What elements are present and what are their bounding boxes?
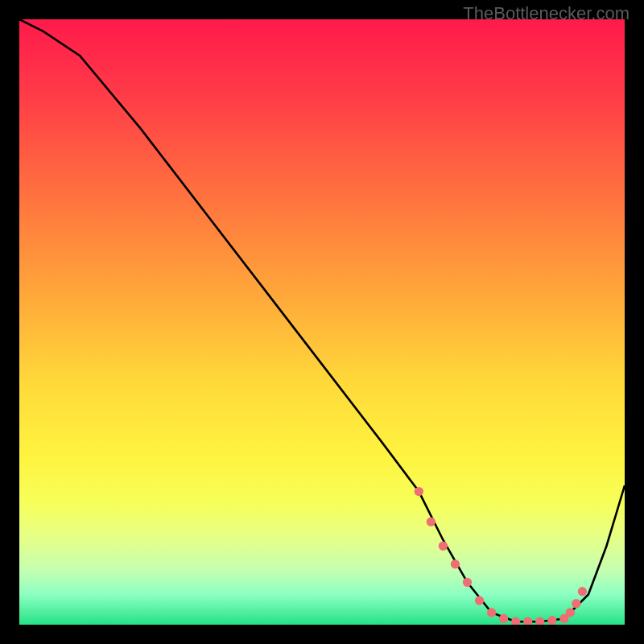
highlight-dot (566, 608, 575, 617)
highlight-dot (463, 578, 472, 587)
highlight-dot (439, 542, 448, 551)
highlight-dot (572, 599, 580, 608)
highlight-dot (475, 596, 484, 605)
highlight-dot (427, 518, 436, 526)
chart-plot-area (19, 19, 625, 625)
highlight-dot (578, 587, 587, 596)
highlight-dot (487, 608, 496, 617)
highlight-dot (547, 616, 556, 625)
chart-svg (19, 19, 625, 625)
gradient-background (19, 19, 625, 625)
watermark-text: TheBottlenecker.com (463, 3, 630, 24)
highlight-dot (415, 487, 423, 496)
highlight-dot (499, 614, 508, 623)
highlight-dot (451, 559, 460, 568)
